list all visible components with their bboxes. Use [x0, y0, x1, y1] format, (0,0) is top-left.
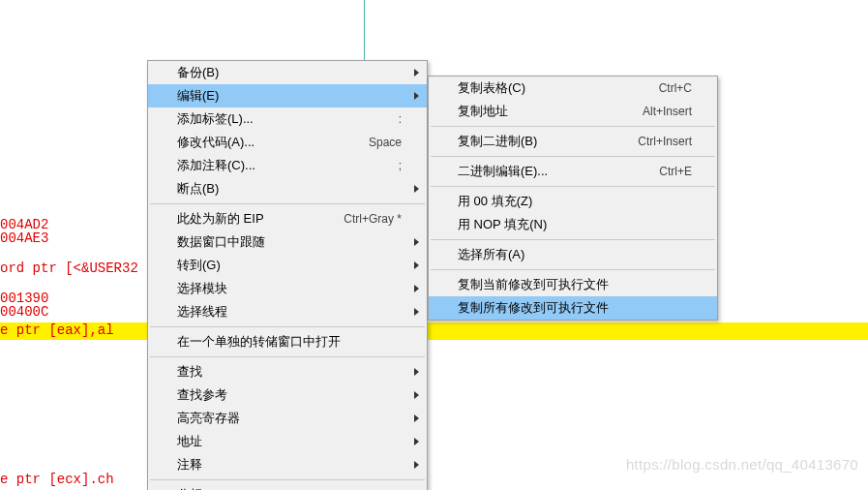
menu-item-label: 添加注释(C)...: [177, 157, 399, 174]
menu-item-label: 编辑(E): [177, 87, 402, 105]
context-menu-item[interactable]: 高亮寄存器: [148, 407, 427, 430]
submenu-arrow-icon: [414, 261, 419, 269]
menu-item-label: 复制所有修改到可执行文件: [458, 299, 692, 317]
menu-item-shortcut: Alt+Insert: [643, 105, 692, 118]
menu-item-label: 此处为新的 EIP: [177, 210, 344, 228]
edit-submenu-item[interactable]: 复制地址Alt+Insert: [429, 100, 717, 123]
context-menu-item[interactable]: 选择线程: [148, 300, 427, 323]
context-menu-item[interactable]: 修改代码(A)...Space: [148, 131, 427, 154]
menu-item-label: 地址: [177, 433, 402, 450]
menu-item-shortcut: Ctrl+Insert: [638, 135, 692, 148]
menu-item-label: 修改代码(A)...: [177, 134, 369, 151]
menu-item-label: 复制地址: [458, 103, 643, 120]
context-menu-item[interactable]: 数据窗口中跟随: [148, 230, 427, 254]
watermark-text: https://blog.csdn.net/qq_40413670: [626, 456, 858, 473]
menu-item-label: 复制二进制(B): [458, 133, 638, 150]
disasm-text: e ptr [ecx].ch: [0, 472, 114, 487]
context-menu-item[interactable]: 查找: [148, 360, 427, 383]
menu-item-shortcut: ;: [399, 159, 402, 172]
edit-submenu-item[interactable]: 用 00 填充(Z): [429, 190, 717, 213]
menu-item-shortcut: :: [399, 112, 402, 126]
context-menu-edit-submenu[interactable]: 复制表格(C)Ctrl+C复制地址Alt+Insert复制二进制(B)Ctrl+…: [428, 76, 718, 321]
highlighted-instruction-text: e ptr [eax],al: [0, 322, 114, 338]
menu-separator: [431, 186, 715, 187]
edit-submenu-item[interactable]: 复制所有修改到可执行文件: [429, 296, 717, 320]
submenu-arrow-icon: [414, 92, 419, 100]
disasm-text: ord ptr [<&USER32: [0, 260, 138, 276]
context-menu-item[interactable]: 分析: [148, 483, 427, 490]
menu-separator: [431, 156, 715, 157]
context-menu-item[interactable]: 此处为新的 EIPCtrl+Gray *: [148, 207, 427, 230]
submenu-arrow-icon: [414, 285, 419, 292]
highlighted-instruction-row: e ptr [eax],al: [0, 322, 868, 340]
context-menu-item[interactable]: 查找参考: [148, 383, 427, 407]
menu-item-label: 选择模块: [177, 280, 402, 297]
context-menu-item[interactable]: 选择模块: [148, 277, 427, 300]
context-menu-item[interactable]: 注释: [148, 453, 427, 476]
context-menu-primary[interactable]: 备份(B)编辑(E)添加标签(L)...:修改代码(A)...Space添加注释…: [147, 60, 428, 490]
menu-separator: [150, 479, 425, 480]
menu-separator: [431, 126, 715, 127]
submenu-arrow-icon: [414, 308, 419, 316]
edit-submenu-item[interactable]: 选择所有(A): [429, 243, 717, 266]
menu-item-label: 注释: [177, 456, 402, 474]
menu-item-label: 查找参考: [177, 386, 402, 404]
menu-item-shortcut: Ctrl+E: [659, 165, 692, 178]
menu-item-label: 备份(B): [177, 64, 402, 81]
menu-item-label: 添加标签(L)...: [177, 110, 399, 128]
submenu-arrow-icon: [414, 69, 419, 77]
menu-item-label: 分析: [177, 486, 402, 490]
menu-item-shortcut: Ctrl+C: [659, 81, 692, 95]
edit-submenu-item[interactable]: 复制二进制(B)Ctrl+Insert: [429, 130, 717, 153]
menu-item-label: 查找: [177, 363, 402, 381]
edit-submenu-item[interactable]: 复制当前修改到可执行文件: [429, 273, 717, 296]
menu-item-label: 断点(B): [177, 180, 402, 198]
submenu-arrow-icon: [414, 368, 419, 376]
disasm-text: 00400C: [0, 304, 48, 320]
menu-separator: [150, 356, 425, 357]
submenu-arrow-icon: [414, 238, 419, 246]
context-menu-item[interactable]: 断点(B): [148, 177, 427, 200]
graph-connector-line: [364, 0, 365, 66]
menu-item-shortcut: Ctrl+Gray *: [344, 212, 402, 226]
submenu-arrow-icon: [414, 185, 419, 193]
context-menu-item[interactable]: 在一个单独的转储窗口中打开: [148, 330, 427, 353]
menu-item-label: 选择所有(A): [458, 246, 692, 263]
menu-item-label: 用 NOP 填充(N): [458, 216, 692, 233]
menu-separator: [431, 269, 715, 270]
context-menu-item[interactable]: 备份(B): [148, 61, 427, 84]
context-menu-item[interactable]: 地址: [148, 430, 427, 453]
menu-separator: [150, 203, 425, 204]
edit-submenu-item[interactable]: 复制表格(C)Ctrl+C: [429, 77, 717, 100]
context-menu-item[interactable]: 编辑(E): [148, 84, 427, 107]
menu-item-label: 复制当前修改到可执行文件: [458, 276, 692, 293]
submenu-arrow-icon: [414, 461, 419, 469]
context-menu-item[interactable]: 添加注释(C)...;: [148, 154, 427, 177]
menu-item-label: 选择线程: [177, 303, 402, 321]
menu-item-label: 数据窗口中跟随: [177, 233, 402, 251]
submenu-arrow-icon: [414, 414, 419, 422]
edit-submenu-item[interactable]: 用 NOP 填充(N): [429, 213, 717, 236]
menu-item-label: 二进制编辑(E)...: [458, 163, 659, 180]
context-menu-item[interactable]: 转到(G): [148, 254, 427, 277]
menu-item-label: 高亮寄存器: [177, 410, 402, 427]
submenu-arrow-icon: [414, 438, 419, 445]
menu-separator: [150, 326, 425, 327]
menu-item-label: 转到(G): [177, 257, 402, 274]
disasm-text: 004AE3: [0, 230, 48, 246]
edit-submenu-item[interactable]: 二进制编辑(E)...Ctrl+E: [429, 160, 717, 183]
menu-item-label: 复制表格(C): [458, 79, 659, 97]
context-menu-item[interactable]: 添加标签(L)...:: [148, 107, 427, 131]
menu-separator: [431, 239, 715, 240]
menu-item-shortcut: Space: [369, 136, 402, 149]
menu-item-label: 用 00 填充(Z): [458, 193, 692, 210]
submenu-arrow-icon: [414, 391, 419, 399]
menu-item-label: 在一个单独的转储窗口中打开: [177, 333, 402, 351]
